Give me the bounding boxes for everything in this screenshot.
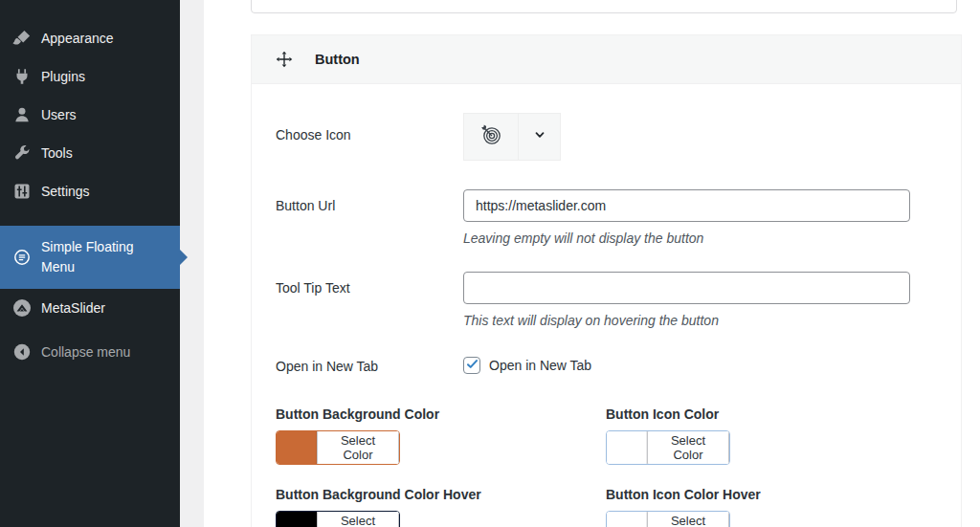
previous-section-box [251, 0, 957, 13]
color-swatch [607, 512, 647, 527]
collapse-arrow-icon [12, 342, 32, 362]
sidebar-item-appearance[interactable]: Appearance [0, 19, 180, 57]
button-icon-color-picker[interactable]: Select Color [606, 430, 730, 465]
button-background-color-hover-picker[interactable]: Select Color [276, 511, 400, 527]
select-color-area: Select Color [317, 512, 399, 527]
button-background-color-label: Button Background Color [276, 406, 606, 422]
section-body: Choose Icon [252, 84, 961, 527]
sidebar-item-label: Appearance [41, 31, 114, 46]
sidebar-item-label: Simple Floating Menu [41, 237, 162, 277]
select-color-button-label: Select Color [317, 511, 399, 527]
color-fields-grid: Button Background Color Select Color But… [276, 406, 938, 527]
button-background-color-picker[interactable]: Select Color [276, 430, 400, 465]
floating-menu-icon [12, 248, 32, 267]
sidebar-item-collapse-menu[interactable]: Collapse menu [0, 335, 180, 369]
button-icon-color-hover-field: Button Icon Color Hover Select Color [606, 487, 938, 527]
new-tab-checkbox-label: Open in New Tab [489, 358, 591, 373]
select-color-area: Select Color [647, 431, 729, 464]
icon-picker [463, 113, 561, 161]
tooltip-help: This text will display on hovering the b… [463, 313, 910, 328]
button-background-color-field: Button Background Color Select Color [276, 406, 606, 465]
sidebar-item-label: Settings [41, 184, 90, 199]
choose-icon-label: Choose Icon [276, 113, 463, 161]
wrench-icon [12, 143, 32, 163]
checkmark-icon [465, 357, 479, 375]
sidebar-item-label: Collapse menu [41, 344, 130, 360]
tooltip-control: This text will display on hovering the b… [463, 272, 910, 328]
button-icon-color-label: Button Icon Color [606, 406, 938, 422]
selected-icon-button[interactable] [463, 113, 519, 161]
button-url-label: Button Url [276, 189, 463, 246]
new-tab-row: Open in New Tab Open in New Tab [276, 357, 938, 374]
button-icon-color-field: Button Icon Color Select Color [606, 406, 938, 465]
admin-menu: Appearance Plugins Users [0, 0, 180, 369]
sliders-icon [12, 182, 32, 201]
sidebar-item-users[interactable]: Users [0, 96, 180, 134]
sidebar-item-label: Plugins [41, 69, 85, 84]
tooltip-row: Tool Tip Text This text will display on … [276, 272, 938, 328]
section-title: Button [315, 52, 360, 67]
active-item-arrow [179, 249, 188, 266]
button-background-color-hover-field: Button Background Color Hover Select Col… [276, 487, 606, 527]
sidebar-item-settings[interactable]: Settings [0, 172, 180, 210]
button-url-help: Leaving empty will not display the butto… [463, 231, 910, 246]
button-url-input[interactable] [463, 189, 910, 222]
button-background-color-hover-label: Button Background Color Hover [276, 487, 606, 502]
sidebar-item-label: MetaSlider [41, 300, 105, 316]
sidebar-item-plugins[interactable]: Plugins [0, 57, 180, 96]
select-color-button-label: Select Color [647, 430, 729, 465]
sidebar-item-label: Users [41, 107, 77, 122]
new-tab-checkbox-wrap[interactable]: Open in New Tab [463, 357, 591, 374]
target-dart-icon [479, 122, 503, 151]
select-color-area: Select Color [647, 512, 729, 527]
icon-dropdown-button[interactable] [519, 113, 561, 161]
admin-sidebar: Appearance Plugins Users [0, 0, 180, 527]
new-tab-label: Open in New Tab [276, 357, 463, 374]
select-color-area: Select Color [317, 431, 399, 464]
color-swatch [277, 431, 317, 464]
choose-icon-row: Choose Icon [276, 113, 938, 161]
tooltip-input[interactable] [463, 272, 910, 304]
tooltip-label: Tool Tip Text [276, 272, 463, 328]
move-icon[interactable] [276, 51, 293, 68]
section-header: Button [252, 35, 961, 84]
sidebar-item-metaslider[interactable]: MetaSlider [0, 289, 180, 327]
color-swatch [607, 431, 647, 464]
button-url-row: Button Url Leaving empty will not displa… [276, 189, 938, 246]
button-icon-color-hover-picker[interactable]: Select Color [606, 511, 730, 527]
button-url-control: Leaving empty will not display the butto… [463, 189, 910, 246]
plug-icon [12, 67, 32, 86]
sidebar-item-simple-floating-menu[interactable]: Simple Floating Menu [0, 226, 180, 289]
sidebar-item-label: Tools [41, 145, 73, 161]
metaslider-icon [12, 298, 32, 318]
user-icon [12, 105, 32, 124]
select-color-button-label: Select Color [647, 511, 729, 527]
sidebar-item-tools[interactable]: Tools [0, 134, 180, 172]
button-icon-color-hover-label: Button Icon Color Hover [606, 487, 938, 502]
color-swatch [277, 512, 317, 527]
button-settings-section: Button Choose Icon [251, 34, 962, 527]
select-color-button-label: Select Color [317, 430, 399, 465]
chevron-down-icon [532, 127, 547, 146]
new-tab-checkbox[interactable] [463, 357, 480, 374]
brush-icon [12, 29, 32, 48]
